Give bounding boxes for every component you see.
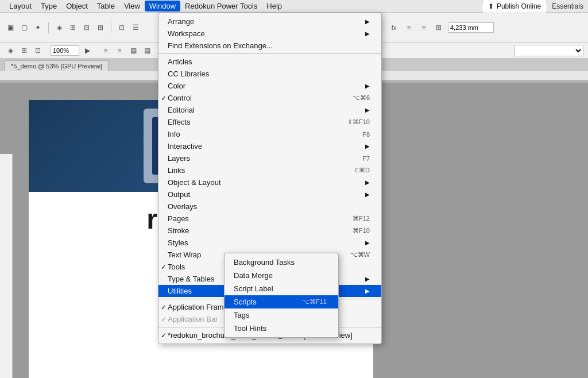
menu-control[interactable]: ✓ Control ⌥⌘6 bbox=[158, 92, 381, 104]
menu-editorial[interactable]: Editorial ▶ bbox=[158, 104, 381, 116]
document-tab[interactable]: *5_demo @ 53% [GPU Preview] bbox=[5, 60, 109, 71]
background-tasks-label: Background Tasks bbox=[234, 258, 295, 267]
fx-icon[interactable]: fx bbox=[388, 22, 400, 33]
align-icon-1[interactable]: ≡ bbox=[100, 45, 111, 56]
menu-object-layout[interactable]: Object & Layout ▶ bbox=[158, 176, 381, 188]
menu-effects[interactable]: Effects ⇧⌘F10 bbox=[158, 116, 381, 128]
menu-output[interactable]: Output ▶ bbox=[158, 188, 381, 200]
submenu-data-merge[interactable]: Data Merge bbox=[225, 269, 338, 282]
align-left-icon[interactable]: ≡ bbox=[403, 22, 415, 33]
script-label-label: Script Label bbox=[234, 284, 273, 293]
menu-info[interactable]: Info F8 bbox=[158, 128, 381, 140]
sep1 bbox=[48, 22, 49, 33]
menu-layout[interactable]: Layout bbox=[5, 1, 36, 11]
zoom-input[interactable] bbox=[51, 45, 79, 56]
menu-redokun-power-tools[interactable]: Redokun Power Tools bbox=[180, 1, 262, 11]
menu-styles[interactable]: Styles ▶ bbox=[158, 237, 381, 249]
menu-color[interactable]: Color ▶ bbox=[158, 80, 381, 92]
align-icon-4[interactable]: ▤ bbox=[141, 45, 153, 56]
divider-1 bbox=[158, 53, 381, 54]
menu-view[interactable]: View bbox=[119, 1, 145, 11]
zoom-arrow[interactable]: ▶ bbox=[82, 45, 93, 56]
menu-cc-libraries[interactable]: CC Libraries bbox=[158, 68, 381, 80]
menu-layers[interactable]: Layers F7 bbox=[158, 152, 381, 164]
submenu-tags[interactable]: Tags bbox=[225, 308, 338, 322]
data-merge-label: Data Merge bbox=[234, 271, 273, 280]
select-tool[interactable]: ▣ bbox=[5, 22, 16, 33]
select-tool-2[interactable]: ▢ bbox=[18, 22, 30, 33]
menu-type[interactable]: Type bbox=[36, 1, 61, 11]
scripts-shortcut: ⌥⌘F11 bbox=[302, 298, 327, 306]
publish-icon: ⬆ bbox=[488, 2, 494, 10]
tool-f[interactable]: ☰ bbox=[130, 22, 141, 33]
submenu-background-tasks[interactable]: Background Tasks bbox=[225, 256, 338, 269]
menu-articles[interactable]: Articles bbox=[158, 56, 381, 68]
menu-overlays[interactable]: Overlays bbox=[158, 200, 381, 213]
tool-hints-label: Tool Hints bbox=[234, 324, 266, 333]
submenu-scripts[interactable]: Scripts ⌥⌘F11 bbox=[225, 295, 338, 308]
publish-label: Publish Online bbox=[497, 2, 541, 10]
menu-arrange[interactable]: Arrange ▶ bbox=[158, 16, 381, 28]
tool-d[interactable]: ⊞ bbox=[95, 22, 106, 33]
scripts-label: Scripts bbox=[234, 298, 257, 306]
align-center-icon[interactable]: ≡ bbox=[418, 22, 430, 33]
menu-interactive[interactable]: Interactive ▶ bbox=[158, 140, 381, 152]
menu-object[interactable]: Object bbox=[61, 1, 92, 11]
publish-online-button[interactable]: ⬆ Publish Online bbox=[482, 0, 547, 13]
rotate-tool[interactable]: ✦ bbox=[32, 22, 44, 33]
menu-workspace[interactable]: Workspace ▶ bbox=[158, 28, 381, 40]
menu-pages[interactable]: Pages ⌘F12 bbox=[158, 213, 381, 225]
menu-links[interactable]: Links ⇧⌘D bbox=[158, 164, 381, 176]
submenu-tool-hints[interactable]: Tool Hints bbox=[225, 322, 338, 335]
menu-bar: Layout Type Object Table View Window Red… bbox=[0, 0, 588, 13]
essentials-label: Essentials bbox=[552, 2, 583, 10]
tool-a[interactable]: ◈ bbox=[53, 22, 65, 33]
align-icon-3[interactable]: ▤ bbox=[127, 45, 139, 56]
menu-find-extensions[interactable]: Find Extensions on Exchange... bbox=[158, 40, 381, 52]
sep2 bbox=[111, 22, 111, 33]
menu-table[interactable]: Table bbox=[92, 1, 119, 11]
style-select[interactable] bbox=[514, 45, 583, 56]
menu-window[interactable]: Window bbox=[145, 1, 180, 11]
t2-icon-a[interactable]: ◈ bbox=[5, 45, 16, 56]
t2-icon-c[interactable]: ⊡ bbox=[32, 45, 44, 56]
menu-help[interactable]: Help bbox=[262, 1, 287, 11]
tool-e[interactable]: ⊡ bbox=[116, 22, 127, 33]
tool-c[interactable]: ⊟ bbox=[81, 22, 92, 33]
submenu-script-label[interactable]: Script Label bbox=[225, 282, 338, 295]
tools-panel bbox=[0, 154, 13, 378]
grid-icon[interactable]: ⊞ bbox=[433, 22, 444, 33]
menu-stroke[interactable]: Stroke ⌘F10 bbox=[158, 225, 381, 237]
position-input[interactable] bbox=[448, 22, 494, 33]
t2-icon-b[interactable]: ⊞ bbox=[18, 45, 30, 56]
align-icon-2[interactable]: ≡ bbox=[114, 45, 125, 56]
tool-b[interactable]: ⊞ bbox=[67, 22, 79, 33]
utilities-submenu: Background Tasks Data Merge Script Label… bbox=[224, 253, 339, 338]
tags-label: Tags bbox=[234, 311, 249, 319]
